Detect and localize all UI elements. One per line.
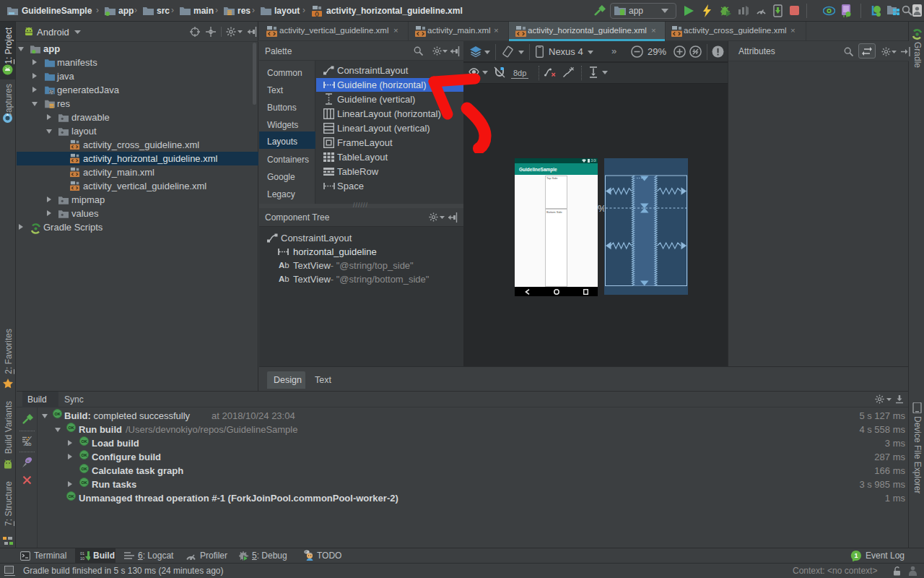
svg-text:〈〉: 〈〉 [315, 11, 319, 17]
svg-text:1: 1 [854, 552, 858, 559]
svg-text:01: 01 [80, 551, 84, 556]
svg-text:ab: ab [25, 441, 31, 447]
svg-text:10: 10 [80, 556, 84, 561]
svg-text:3:00: 3:00 [591, 159, 597, 163]
